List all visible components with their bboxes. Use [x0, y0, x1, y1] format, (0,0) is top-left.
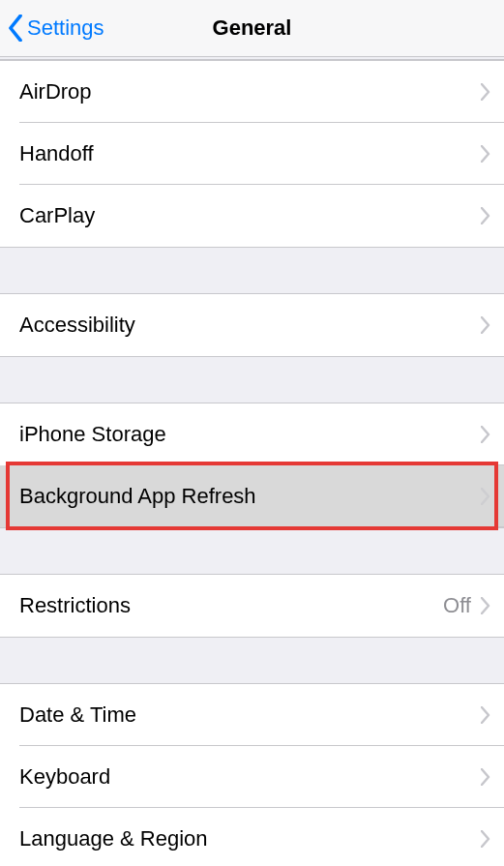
row-label: Keyboard	[19, 764, 481, 790]
navigation-bar: Settings General	[0, 0, 504, 57]
chevron-right-icon	[481, 597, 490, 614]
row-label: CarPlay	[19, 203, 481, 228]
row-label: iPhone Storage	[19, 422, 481, 447]
spacer	[0, 248, 504, 293]
row-airdrop[interactable]: AirDrop	[0, 61, 504, 123]
row-date-time[interactable]: Date & Time	[0, 684, 504, 746]
chevron-right-icon	[481, 426, 490, 443]
row-value: Off	[443, 593, 471, 618]
chevron-right-icon	[481, 830, 490, 848]
spacer	[0, 528, 504, 574]
row-handoff[interactable]: Handoff	[0, 123, 504, 185]
group-4: Restrictions Off	[0, 574, 504, 638]
group-1: AirDrop Handoff CarPlay	[0, 60, 504, 248]
spacer	[0, 357, 504, 403]
row-label: Restrictions	[19, 593, 443, 618]
back-label: Settings	[27, 15, 104, 41]
chevron-right-icon	[481, 488, 490, 505]
group-3: iPhone Storage Background App Refresh	[0, 403, 504, 528]
row-language-region[interactable]: Language & Region	[0, 808, 504, 866]
row-accessibility[interactable]: Accessibility	[0, 294, 504, 356]
row-label: Language & Region	[19, 826, 481, 851]
row-label: Date & Time	[19, 702, 481, 728]
spacer	[0, 638, 504, 683]
page-title: General	[213, 15, 292, 41]
back-button[interactable]: Settings	[0, 15, 104, 42]
row-label: Background App Refresh	[19, 484, 481, 509]
row-keyboard[interactable]: Keyboard	[0, 746, 504, 808]
row-restrictions[interactable]: Restrictions Off	[0, 575, 504, 637]
chevron-right-icon	[481, 706, 490, 724]
chevron-right-icon	[481, 768, 490, 786]
row-label: Handoff	[19, 141, 481, 166]
group-2: Accessibility	[0, 293, 504, 357]
back-chevron-icon	[8, 15, 23, 42]
group-5: Date & Time Keyboard Language & Region	[0, 683, 504, 866]
chevron-right-icon	[481, 83, 490, 101]
chevron-right-icon	[481, 207, 490, 224]
row-background-app-refresh[interactable]: Background App Refresh	[0, 465, 504, 527]
chevron-right-icon	[481, 316, 490, 334]
row-label: AirDrop	[19, 79, 481, 105]
row-carplay[interactable]: CarPlay	[0, 185, 504, 247]
chevron-right-icon	[481, 145, 490, 163]
row-iphone-storage[interactable]: iPhone Storage	[0, 403, 504, 465]
row-label: Accessibility	[19, 313, 481, 338]
